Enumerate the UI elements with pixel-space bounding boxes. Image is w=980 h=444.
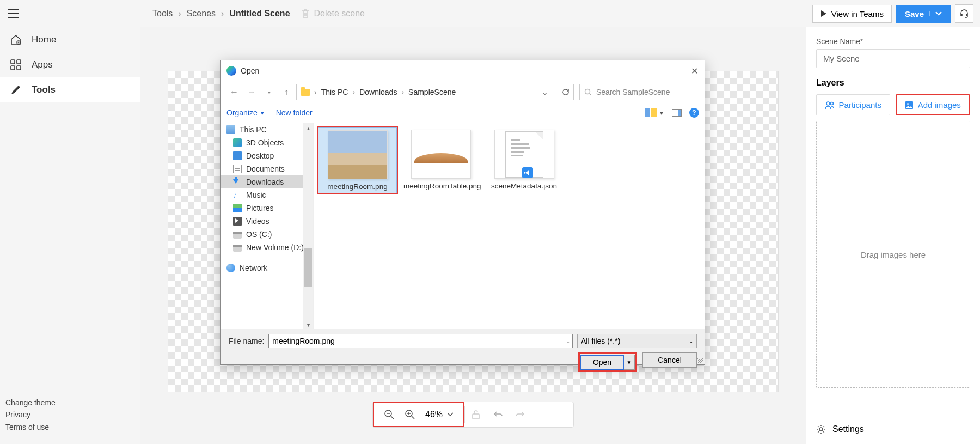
folder-tree: This PC 3D Objects Desktop Documents Dow…	[221, 123, 314, 330]
help-icon[interactable]: ?	[689, 108, 699, 118]
sidebar-home-label: Home	[32, 34, 56, 45]
tree-pictures[interactable]: Pictures	[221, 202, 313, 215]
organize-menu[interactable]: Organize ▼	[226, 108, 265, 117]
tree-label: Desktop	[246, 151, 274, 160]
tree-videos[interactable]: Videos	[221, 215, 313, 228]
breadcrumb-root[interactable]: Tools	[152, 9, 173, 19]
nav-forward-button[interactable]: →	[244, 84, 259, 100]
sidebar-item-apps[interactable]: Apps	[0, 52, 140, 77]
tree-label: Downloads	[246, 178, 284, 186]
add-images-tab[interactable]: Add images	[896, 94, 971, 115]
file-meetingroom-png[interactable]: meetingRoom.png	[318, 127, 397, 193]
chevron-down-icon[interactable]	[929, 11, 942, 16]
dialog-body: This PC 3D Objects Desktop Documents Dow…	[221, 123, 705, 330]
settings-button[interactable]: Settings	[816, 424, 864, 434]
scroll-up-icon[interactable]: ▴	[303, 123, 313, 133]
zoom-out-button[interactable]	[384, 409, 395, 420]
path-root[interactable]: This PC	[321, 88, 348, 96]
file-name-input[interactable]	[268, 334, 573, 348]
file-scenemetadata-json[interactable]: sceneMetadata.json	[485, 127, 564, 192]
add-images-label: Add images	[918, 100, 961, 110]
breadcrumb: Tools › Scenes › Untitled Scene	[152, 9, 290, 19]
resize-grip[interactable]	[697, 357, 703, 363]
sidebar-item-home[interactable]: Home	[0, 27, 140, 52]
participants-label: Participants	[839, 100, 881, 110]
delete-scene-button[interactable]: Delete scene	[301, 9, 365, 19]
edge-icon	[226, 66, 236, 76]
tree-3d-objects[interactable]: 3D Objects	[221, 136, 313, 149]
preview-pane-button[interactable]	[672, 109, 682, 117]
filename-dropdown[interactable]: ⌄	[566, 338, 571, 344]
tree-desktop[interactable]: Desktop	[221, 149, 313, 162]
download-icon	[233, 178, 242, 186]
tree-music[interactable]: ♪Music	[221, 188, 313, 202]
pictures-icon	[233, 204, 242, 212]
address-dropdown[interactable]: ⌄	[542, 88, 548, 96]
participants-tab[interactable]: Participants	[816, 94, 890, 115]
view-mode-button[interactable]: ▼	[645, 108, 664, 117]
filter-label: All files (*.*)	[581, 337, 620, 345]
svg-rect-7	[473, 414, 479, 419]
chevron-right-icon: ›	[400, 88, 405, 96]
dialog-search-input[interactable]: Search SampleScene	[579, 84, 699, 100]
hamburger-menu[interactable]	[0, 0, 27, 27]
zoom-in-button[interactable]	[405, 409, 415, 420]
search-icon	[584, 88, 592, 96]
redo-button[interactable]	[509, 411, 531, 418]
nav-recent-button[interactable]: ▾	[261, 84, 277, 100]
image-icon	[905, 101, 914, 110]
right-panel: Scene Name* Layers Participants Add imag…	[806, 27, 980, 444]
tree-documents[interactable]: Documents	[221, 162, 313, 175]
tree-this-pc[interactable]: This PC	[221, 123, 313, 136]
tree-network[interactable]: Network	[221, 261, 313, 275]
tree-label: This PC	[240, 125, 267, 134]
path-leaf[interactable]: SampleScene	[408, 88, 456, 96]
dialog-close-button[interactable]: ✕	[687, 64, 701, 78]
file-type-filter[interactable]: All files (*.*) ⌄	[577, 334, 697, 348]
address-bar[interactable]: › This PC › Downloads › SampleScene ⌄	[296, 84, 553, 100]
path-mid[interactable]: Downloads	[359, 88, 397, 96]
privacy-link[interactable]: Privacy	[5, 409, 56, 421]
image-dropzone[interactable]: Drag images here	[816, 121, 970, 388]
breadcrumb-mid[interactable]: Scenes	[187, 9, 216, 19]
apps-icon	[10, 59, 22, 71]
delete-scene-label: Delete scene	[314, 9, 365, 19]
view-in-teams-label: View in Teams	[831, 9, 884, 19]
tree-label: Videos	[246, 217, 270, 226]
tree-scrollbar[interactable]: ▴ ▾	[303, 123, 313, 330]
scrollbar-thumb[interactable]	[304, 248, 312, 287]
nav-up-button[interactable]: ↑	[279, 84, 294, 100]
tree-os-c[interactable]: OS (C:)	[221, 228, 313, 241]
undo-button[interactable]	[487, 411, 509, 418]
feedback-button[interactable]	[955, 4, 973, 23]
tree-label: 3D Objects	[246, 138, 284, 147]
save-button[interactable]: Save	[896, 5, 951, 23]
tree-downloads[interactable]: Downloads	[221, 175, 313, 188]
zoom-level[interactable]: 46%	[425, 410, 454, 419]
file-thumbnail	[494, 130, 554, 179]
nav-back-button[interactable]: ←	[226, 84, 242, 100]
cube-icon	[233, 138, 242, 147]
sidebar-item-tools[interactable]: Tools	[0, 77, 140, 102]
open-button[interactable]: Open	[580, 355, 624, 370]
dialog-titlebar: Open ✕	[221, 60, 705, 81]
view-in-teams-button[interactable]: View in Teams	[812, 5, 892, 23]
refresh-button[interactable]	[558, 84, 574, 100]
change-theme-link[interactable]: Change theme	[5, 397, 56, 409]
top-right-actions: View in Teams Save	[812, 4, 973, 23]
participants-icon	[825, 101, 835, 110]
file-name-label: meetingRoom.png	[321, 183, 394, 191]
terms-link[interactable]: Terms of use	[5, 421, 56, 433]
cancel-button[interactable]: Cancel	[642, 352, 697, 368]
open-dropdown[interactable]: ▼	[624, 355, 635, 370]
scene-name-input[interactable]	[816, 49, 970, 68]
file-meetingroomtable-png[interactable]: meetingRoomTable.png	[401, 127, 480, 192]
bottom-toolbar: 46%	[372, 402, 574, 428]
folder-icon	[301, 89, 310, 96]
dialog-nav: ← → ▾ ↑ › This PC › Downloads › SampleSc…	[221, 81, 705, 103]
new-folder-button[interactable]: New folder	[276, 108, 313, 117]
sidebar-tools-label: Tools	[32, 84, 56, 95]
tree-new-volume-d[interactable]: New Volume (D:)	[221, 241, 313, 254]
drive-icon	[233, 232, 242, 239]
tree-label: Network	[240, 264, 267, 272]
